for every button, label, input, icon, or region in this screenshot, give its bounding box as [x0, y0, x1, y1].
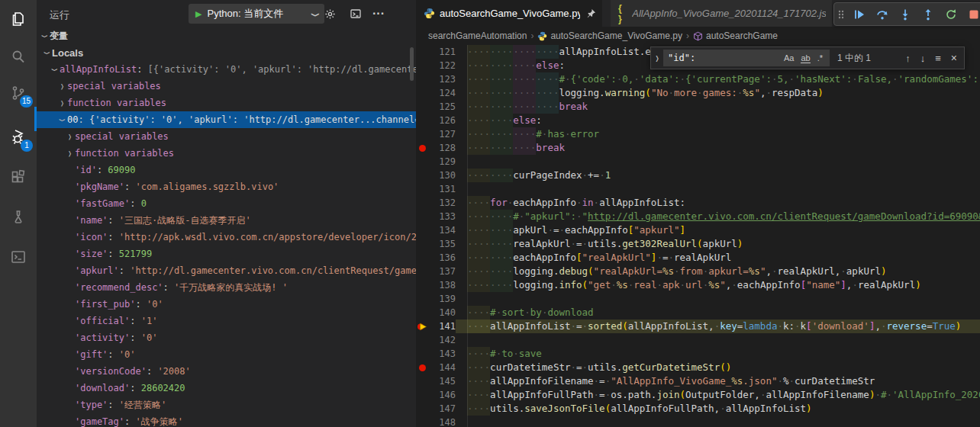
- tree-row[interactable]: ❭Locals: [37, 44, 416, 61]
- close-icon[interactable]: ×: [951, 52, 957, 64]
- continue-icon[interactable]: [848, 3, 871, 25]
- source-control-icon[interactable]: 15: [0, 75, 37, 111]
- find-input[interactable]: [663, 53, 784, 63]
- breakpoint-gutter[interactable]: [416, 114, 430, 127]
- breakpoint-gutter[interactable]: [416, 402, 430, 416]
- breakpoint-gutter[interactable]: [416, 59, 430, 72]
- breakpoint-icon[interactable]: [416, 141, 430, 155]
- pin-icon[interactable]: [586, 8, 596, 18]
- whole-word-icon[interactable]: ab: [801, 53, 810, 63]
- sidebar-scrollbar[interactable]: [410, 47, 414, 81]
- breakpoint-gutter[interactable]: [416, 333, 430, 347]
- breadcrumb-folder[interactable]: searchGameAutomation: [428, 30, 527, 41]
- tab-autosearchgame-py[interactable]: autoSearchGame_VivoGame.py: [416, 0, 602, 27]
- chevron-down-icon[interactable]: ❭: [58, 115, 66, 125]
- restart-icon[interactable]: [940, 3, 962, 25]
- tree-row[interactable]: 'pkgName': 'com.aligames.sgzzlb.vivo': [37, 178, 416, 195]
- more-actions-icon[interactable]: ···: [372, 7, 385, 21]
- step-out-icon[interactable]: [917, 3, 940, 25]
- extensions-icon[interactable]: [0, 159, 37, 196]
- tab-allappinfo-json[interactable]: { } AllAppInfo_VivoGame_20201124_171702.…: [611, 0, 832, 27]
- breakpoint-gutter[interactable]: [416, 169, 430, 182]
- tree-row[interactable]: 'size': 521799: [37, 246, 416, 262]
- tree-row[interactable]: 'type': '经营策略': [37, 396, 416, 413]
- breakpoint-gutter[interactable]: [416, 416, 430, 427]
- tree-row[interactable]: 'gift': '0': [37, 346, 416, 363]
- breakpoint-gutter[interactable]: [416, 265, 430, 278]
- breakpoint-gutter[interactable]: [416, 388, 430, 402]
- tree-row[interactable]: ❭function variables: [37, 145, 416, 162]
- testing-icon[interactable]: [0, 199, 37, 236]
- code-line: 146····allAppInfoFullPath·=·os.path.join…: [416, 388, 980, 402]
- explorer-icon[interactable]: [0, 1, 37, 37]
- breakpoint-gutter[interactable]: [416, 278, 430, 292]
- step-over-icon[interactable]: [871, 3, 894, 25]
- current-line-breakpoint-icon[interactable]: [416, 319, 430, 333]
- tree-row[interactable]: 'activity': '0': [37, 329, 416, 346]
- chevron-right-icon[interactable]: ❭: [57, 99, 67, 108]
- breakpoint-gutter[interactable]: [416, 292, 430, 306]
- breadcrumb-file[interactable]: autoSearchGame_VivoGame.py: [537, 30, 682, 41]
- tree-row[interactable]: 'icon': 'http://apk.wsdl.vivo.com.cn/app…: [37, 229, 416, 246]
- terminal-icon[interactable]: [0, 239, 37, 275]
- breakpoint-gutter[interactable]: [416, 196, 430, 210]
- tree-row[interactable]: 'name': '三国志·战略版-自选赛季开启': [37, 212, 416, 229]
- tree-row[interactable]: 'gameTag': '战争策略': [37, 413, 416, 427]
- code-line-content: ········logging.debug("realApkUrl=%s·fro…: [456, 265, 980, 278]
- tree-row[interactable]: ❭special variables: [37, 78, 416, 95]
- code-line: 144····curDatetimeStr·=·utils.getCurDate…: [416, 361, 980, 374]
- breakpoint-gutter[interactable]: [416, 45, 430, 59]
- breakpoint-gutter[interactable]: [416, 127, 430, 141]
- line-number: 134: [430, 223, 456, 237]
- tree-row[interactable]: 'versionCode': '2008': [37, 363, 416, 380]
- chevron-right-icon[interactable]: ❭: [57, 82, 67, 91]
- drag-handle-icon[interactable]: [834, 8, 848, 21]
- breakpoint-gutter[interactable]: [416, 72, 430, 86]
- tree-row[interactable]: 'recommend_desc': '千万战略家的真实战场! ': [37, 279, 416, 296]
- run-and-debug-icon[interactable]: 1: [0, 119, 37, 156]
- tree-row[interactable]: ❭allAppInfoList: [{'activity': '0', 'apk…: [37, 61, 416, 78]
- breakpoint-gutter[interactable]: [416, 251, 430, 265]
- breakpoint-gutter[interactable]: [416, 237, 430, 251]
- gear-icon[interactable]: [323, 7, 337, 21]
- separator: :: [119, 265, 130, 276]
- tree-row[interactable]: 'download': 28602420: [37, 380, 416, 396]
- breakpoint-gutter[interactable]: [416, 210, 430, 223]
- regex-icon[interactable]: .*: [817, 53, 823, 63]
- breadcrumb-symbol[interactable]: autoSearchGame: [693, 30, 778, 41]
- breakpoint-gutter[interactable]: [416, 374, 430, 388]
- breakpoint-icon[interactable]: [416, 361, 430, 374]
- tree-row[interactable]: 'id': 69090: [37, 162, 416, 178]
- breakpoint-gutter[interactable]: [416, 306, 430, 319]
- toggle-replace-icon[interactable]: ❭: [651, 53, 663, 63]
- find-in-selection-icon[interactable]: ≡: [935, 53, 941, 64]
- tree-row[interactable]: ❭00: {'activity': '0', 'apkurl': 'http:/…: [37, 111, 416, 128]
- breakpoint-gutter[interactable]: [416, 182, 430, 196]
- find-previous-icon[interactable]: ↑: [905, 53, 911, 64]
- variables-section-header[interactable]: ❭ 变量: [37, 27, 416, 44]
- debug-console-icon[interactable]: [349, 7, 363, 21]
- tree-row[interactable]: 'first_pub': '0': [37, 296, 416, 313]
- breakpoint-gutter[interactable]: [416, 100, 430, 114]
- debug-config-dropdown[interactable]: ▶ Python: 当前文件 ❭: [189, 4, 324, 24]
- chevron-down-icon[interactable]: ❭: [50, 65, 59, 75]
- stop-icon[interactable]: [962, 3, 980, 25]
- search-icon[interactable]: [0, 39, 37, 75]
- tree-row[interactable]: 'fastGame': 0: [37, 195, 416, 212]
- tree-row[interactable]: ❭function variables: [37, 95, 416, 111]
- chevron-right-icon[interactable]: ❭: [65, 149, 75, 158]
- find-next-icon[interactable]: ↓: [920, 53, 926, 64]
- tree-row[interactable]: 'official': '1': [37, 313, 416, 329]
- tree-row[interactable]: ❭special variables: [37, 128, 416, 145]
- step-into-icon[interactable]: [894, 3, 917, 25]
- variable-name: 'size': [75, 249, 108, 259]
- breakpoint-gutter[interactable]: [416, 86, 430, 100]
- match-case-icon[interactable]: Aa: [784, 53, 794, 63]
- breakpoint-gutter[interactable]: [416, 347, 430, 361]
- start-debug-icon[interactable]: ▶: [195, 9, 201, 19]
- chevron-down-icon[interactable]: ❭: [43, 48, 51, 58]
- tree-row[interactable]: 'apkurl': 'http://dl.gamecenter.vivo.com…: [37, 262, 416, 279]
- breakpoint-gutter[interactable]: [416, 223, 430, 237]
- chevron-right-icon[interactable]: ❭: [65, 133, 75, 141]
- breakpoint-gutter[interactable]: [416, 155, 430, 169]
